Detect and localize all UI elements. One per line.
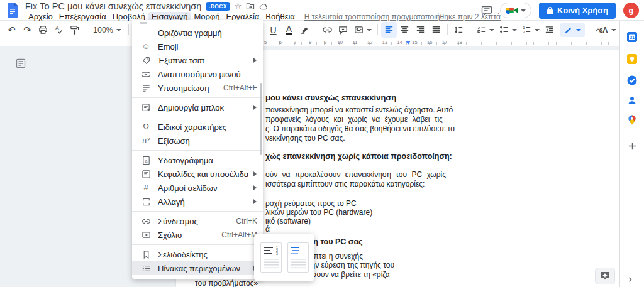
hide-side-panel-chevron-icon[interactable] [626,276,634,283]
move-folder-icon[interactable] [246,3,255,10]
menu-item-table-of-contents[interactable]: Πίνακας περιεχομένων [132,261,263,275]
print-button[interactable] [35,22,51,38]
menu-item-special-characters[interactable]: Ω Ειδικοί χαρακτήρες [132,120,263,134]
redo-button[interactable]: ↷ [19,22,35,38]
dropdown-arrow-icon[interactable] [489,29,494,31]
dropdown-arrow-icon[interactable] [535,29,540,31]
ruler[interactable]: 56789101112131415161718 [0,39,644,46]
dropdown-arrow-icon [576,29,581,31]
decrease-indent-button[interactable] [541,22,557,38]
dropdown-arrow-icon[interactable] [611,29,616,31]
google-docs-logo-icon[interactable] [7,2,19,18]
underline-button[interactable]: U [265,22,281,38]
svg-text:2: 2 [523,30,525,34]
dropdown-arrow-icon[interactable] [367,29,372,31]
doc-list-item: ά [265,225,270,234]
hide-menus-button[interactable] [590,22,606,38]
menu-item-headers-footers[interactable]: Κεφαλίδες και υποσέλιδα [132,167,263,181]
toc-option-page-numbers[interactable]: 123 [260,242,282,273]
menu-item-break[interactable]: Αλλαγή [132,195,263,208]
menu-item-comment[interactable]: Σχόλιο Ctrl+Alt+M [132,228,263,242]
submenu-arrow-icon [253,199,257,204]
insert-link-button[interactable] [319,22,335,38]
doc-text-line: ς. Ο παρακάτω οδηγός θα σας βοηθήσει να … [265,124,455,133]
menubar-item-edit[interactable]: Επεξεργασία [56,12,109,21]
undo-button[interactable]: ↶ [4,22,19,38]
menu-item-page-numbers[interactable]: # Αριθμοί σελίδων [132,181,263,195]
bookmark-icon [140,250,152,259]
menu-scrollbar[interactable] [260,83,262,155]
document-canvas: μου κάνει συνεχώς επανεκκίνηση πανεκκίνη… [0,46,644,287]
menu-item-link[interactable]: Σύνδεσμος Ctrl+K [132,214,263,228]
menubar-item-help[interactable]: Βοήθεια [262,12,298,21]
align-right-button[interactable] [413,22,428,38]
doc-text-line: προφανείς λόγους και χωρίς να έχουμε λάβ… [265,115,443,124]
cloud-status-icon[interactable] [259,3,269,10]
menu-item-footnote[interactable]: Υποσημείωση Ctrl+Alt+F [132,81,263,95]
last-modified-link[interactable]: Η τελευταία τροποποίηση πραγματοποιήθηκε… [304,13,501,21]
indent-marker[interactable] [406,41,411,45]
document-title[interactable]: Fix Το PC μου κάνει συνεχώς επανεκκίνηση [25,1,201,11]
menu-item-dropdown[interactable]: Αναπτυσσόμενο μενού [132,67,263,81]
google-keep-icon[interactable] [623,50,641,68]
menu-divider [132,244,263,245]
zoom-value: 100% [93,26,113,35]
comment-history-icon[interactable] [481,6,492,16]
ruler-numbers: 56789101112131415161718 [258,40,467,45]
table-of-contents-icon [140,264,152,273]
paint-format-button[interactable] [67,22,82,38]
shortcut-label: Ctrl+Alt+F [223,84,257,92]
insert-image-button[interactable] [351,22,367,38]
svg-text:31: 31 [630,35,635,40]
editing-mode-button[interactable] [560,23,585,37]
account-avatar[interactable]: g [623,3,639,18]
share-button-label: Κοινή Χρήση [557,6,608,15]
get-add-ons-button[interactable] [623,137,641,154]
numbered-list-button[interactable]: 12 [519,22,535,38]
menu-item-building-blocks[interactable]: Δημιουργία μπλοκ [132,100,263,114]
partial-menu-item[interactable] [140,22,147,24]
spell-check-button[interactable]: A [51,22,67,38]
bulleted-list-button[interactable] [496,22,512,38]
zoom-select[interactable]: 100% [89,26,125,35]
doc-list-item: ροχή ρεύματος προς το PC [265,199,357,208]
toc-option-blue-links[interactable] [287,242,309,273]
shortcut-label: Ctrl+Alt+M [221,230,257,239]
side-panel-rail: 31 [619,21,644,287]
align-center-button[interactable] [397,22,413,38]
doc-text-line: του προβλήματος» [195,279,258,287]
menu-item-equation[interactable]: π² Εξίσωση [132,134,263,148]
meet-button[interactable] [500,3,531,18]
text-color-button[interactable]: A [281,22,297,38]
submenu-arrow-icon [253,171,257,176]
menu-item-watermark[interactable]: a Υδατογράφημα [132,153,263,167]
menu-item-emoji[interactable]: ☺ Emoji [132,40,263,53]
add-comment-button[interactable] [335,22,351,38]
comment-icon [140,230,152,240]
headers-footers-icon [140,170,152,179]
omega-icon: Ω [140,122,152,131]
star-icon[interactable]: ☆ [235,2,242,11]
line-spacing-button[interactable] [451,22,467,38]
google-tasks-icon[interactable] [623,72,641,89]
justify-button[interactable] [428,22,444,38]
dropdown-arrow-icon[interactable] [512,29,517,31]
checklist-button[interactable] [474,22,489,38]
smart-chips-icon [140,56,152,65]
share-button[interactable]: Κοινή Χρήση [539,3,616,19]
google-calendar-icon[interactable]: 31 [623,28,641,46]
menu-item-bookmark[interactable]: Σελιδοδείκτης [132,247,263,261]
equation-icon: π² [140,136,152,145]
insert-menu: — Οριζόντια γραμμή ☺ Emoji Έξυπνα τσιπ Α… [132,20,263,279]
google-maps-icon[interactable] [623,111,641,129]
explore-button[interactable] [595,268,615,284]
menu-item-smart-chips[interactable]: Έξυπνα τσιπ [132,53,263,67]
lock-icon [547,6,553,14]
menubar-item-file[interactable]: Αρχείο [25,12,56,21]
align-left-button[interactable] [381,22,397,38]
menu-item-horizontal-line[interactable]: — Οριζόντια γραμμή [132,26,263,40]
doc-text-line: νεκκίνησης του PC σας. [265,134,345,143]
google-contacts-icon[interactable] [623,92,641,109]
show-outline-button[interactable] [13,55,29,72]
highlight-color-button[interactable] [297,22,313,38]
